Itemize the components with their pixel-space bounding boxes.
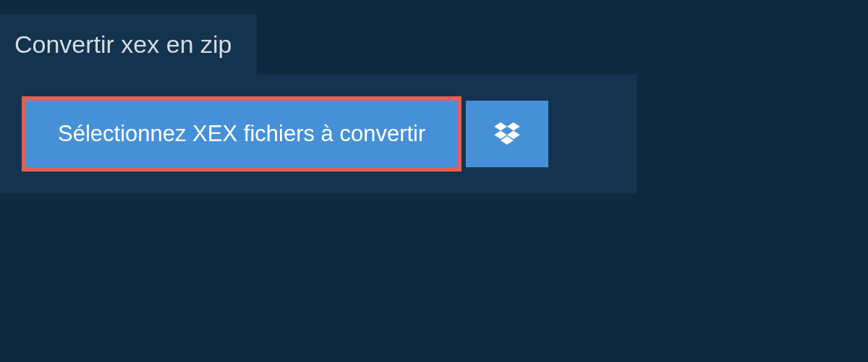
page-header-tab: Convertir xex en zip bbox=[0, 14, 257, 75]
select-files-highlight: Sélectionnez XEX fichiers à convertir bbox=[22, 96, 461, 172]
upload-panel: Sélectionnez XEX fichiers à convertir bbox=[0, 75, 637, 193]
page-title: Convertir xex en zip bbox=[14, 30, 231, 59]
upload-button-row: Sélectionnez XEX fichiers à convertir bbox=[22, 96, 615, 172]
dropbox-icon bbox=[494, 122, 520, 146]
dropbox-button[interactable] bbox=[466, 101, 548, 167]
select-files-button[interactable]: Sélectionnez XEX fichiers à convertir bbox=[26, 101, 457, 167]
